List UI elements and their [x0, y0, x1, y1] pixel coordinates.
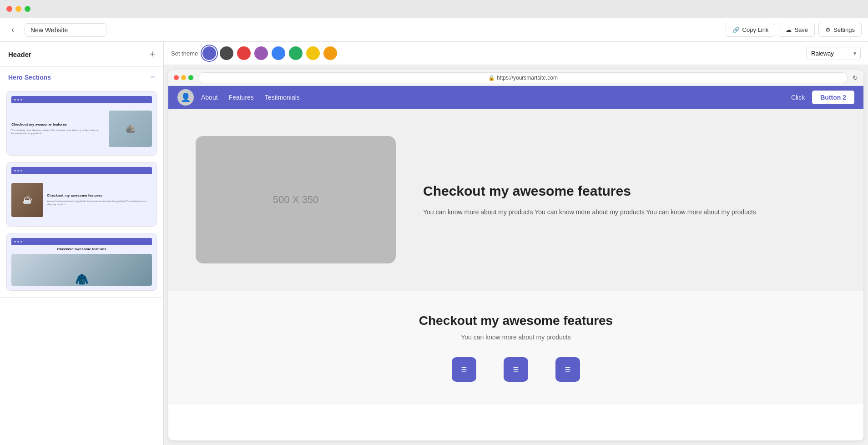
copy-link-label: Copy Link — [742, 26, 769, 33]
site-name-input[interactable] — [25, 23, 106, 37]
nav-button2[interactable]: Button 2 — [812, 91, 854, 104]
feature-icon-2: ≡ — [504, 357, 528, 382]
traffic-light-yellow[interactable] — [15, 6, 21, 12]
gear-icon: ⚙ — [825, 26, 831, 33]
card1-desc: You can know more about my products You … — [11, 129, 105, 135]
card3-content: Checkout awesome features 🧥 — [11, 247, 152, 286]
card2-dot1 — [14, 170, 16, 172]
card3-mini-navbar — [11, 238, 152, 245]
sidebar-section-collapse-button[interactable]: − — [150, 72, 155, 82]
nav-link-testimonials[interactable]: Testimonials — [265, 94, 300, 101]
mac-chrome — [0, 0, 868, 18]
browser-mockup: 🔒 https://yoursmartsite.com ↻ 👤 About Fe… — [168, 70, 863, 440]
card1-title: Checkout my awesome features — [11, 122, 105, 127]
card3-title: Checkout awesome features — [11, 247, 152, 251]
save-button[interactable]: ☁ Save — [779, 23, 815, 37]
feature-item-3: ≡ — [555, 357, 580, 382]
card1-mini-navbar — [11, 96, 152, 103]
feature-icon-1: ≡ — [452, 357, 476, 382]
theme-color-blue[interactable] — [272, 46, 285, 60]
card1-image: 🪨 — [109, 111, 152, 147]
theme-color-dark[interactable] — [220, 46, 233, 60]
settings-button[interactable]: ⚙ Settings — [818, 23, 862, 37]
template-card-3[interactable]: Checkout awesome features 🧥 — [6, 233, 157, 291]
copy-link-button[interactable]: 🔗 Copy Link — [726, 23, 776, 37]
refresh-button[interactable]: ↻ — [853, 74, 858, 81]
features-desc: You can know more about my products — [187, 334, 845, 341]
feature-item-1: ≡ — [452, 357, 476, 382]
nav-link-about[interactable]: About — [201, 94, 218, 101]
card1-text: Checkout my awesome features You can kno… — [11, 122, 105, 135]
card3-person-icon: 🧥 — [75, 273, 89, 286]
feature-icon-2-inner: ≡ — [513, 364, 519, 375]
theme-bar: Set theme Raleway Roboto Open Sans Monts… — [164, 42, 868, 65]
nav-avatar: 👤 — [177, 89, 194, 106]
traffic-lights — [6, 6, 30, 12]
traffic-light-green[interactable] — [25, 6, 30, 12]
main-layout: Header + Hero Sections − Checko — [0, 42, 868, 445]
back-button[interactable]: ‹ — [6, 24, 19, 36]
avatar-icon: 👤 — [181, 92, 191, 102]
browser-tl-yellow[interactable] — [181, 75, 186, 80]
card2-text: Checkout my awesome features You can kno… — [47, 193, 152, 206]
features-section: Checkout my awesome features You can kno… — [168, 291, 863, 405]
card3-dot2 — [17, 241, 19, 243]
card2-title: Checkout my awesome features — [47, 193, 152, 198]
link-icon: 🔗 — [732, 26, 740, 33]
nav-link-features[interactable]: Features — [229, 94, 254, 101]
placeholder-text: 500 X 350 — [273, 194, 318, 206]
nav-click-label: Click — [791, 94, 805, 101]
font-select-wrapper: Raleway Roboto Open Sans Montserrat Lato… — [806, 47, 861, 60]
hero-desc: You can know more about my products You … — [423, 207, 836, 217]
sidebar-section-header: Hero Sections − — [0, 67, 163, 87]
card1-preview: Checkout my awesome features You can kno… — [7, 91, 156, 155]
browser-chrome: 🔒 https://yoursmartsite.com ↻ — [168, 70, 863, 86]
card3-dot3 — [20, 241, 22, 243]
card3-preview: Checkout awesome features 🧥 — [7, 233, 156, 290]
card2-dot3 — [20, 170, 22, 172]
settings-label: Settings — [833, 26, 855, 33]
card1-dot1 — [14, 99, 16, 101]
browser-url-bar[interactable]: 🔒 https://yoursmartsite.com — [198, 72, 848, 83]
card2-mini-navbar — [11, 167, 152, 174]
traffic-light-red[interactable] — [6, 6, 12, 12]
topbar-right: 🔗 Copy Link ☁ Save ⚙ Settings — [726, 23, 862, 37]
save-label: Save — [794, 26, 808, 33]
theme-color-orange[interactable] — [323, 46, 337, 60]
theme-color-indigo[interactable] — [202, 46, 216, 60]
lock-icon: 🔒 — [488, 75, 495, 81]
theme-color-yellow[interactable] — [306, 46, 320, 60]
browser-tl-red[interactable] — [174, 75, 179, 80]
card2-content: ☕ Checkout my awesome features You can k… — [11, 181, 152, 217]
theme-color-red[interactable] — [237, 46, 251, 60]
features-grid: ≡ ≡ ≡ — [187, 357, 845, 382]
card2-dot2 — [17, 170, 19, 172]
template-card-1[interactable]: Checkout my awesome features You can kno… — [6, 91, 157, 156]
font-select[interactable]: Raleway Roboto Open Sans Montserrat Lato — [806, 47, 861, 60]
card2-preview: ☕ Checkout my awesome features You can k… — [7, 162, 156, 226]
template-card-2[interactable]: ☕ Checkout my awesome features You can k… — [6, 162, 157, 227]
feature-icon-1-inner: ≡ — [461, 364, 467, 375]
sidebar-section-hero: Hero Sections − Checkout my awesome feat… — [0, 67, 163, 298]
hero-text: Checkout my awesome features You can kno… — [423, 182, 836, 217]
hero-section: 500 X 350 Checkout my awesome features Y… — [168, 109, 863, 291]
browser-traffic-lights — [174, 75, 193, 80]
card1-content: Checkout my awesome features You can kno… — [11, 109, 152, 147]
app-topbar: ‹ 🔗 Copy Link ☁ Save ⚙ Settings — [0, 18, 868, 42]
sidebar-add-button[interactable]: + — [149, 49, 155, 59]
sidebar-header-title: Header — [8, 51, 31, 58]
feature-item-2: ≡ — [504, 357, 528, 382]
card2-desc: You can know more about my products You … — [47, 200, 152, 206]
card3-dot1 — [14, 241, 16, 243]
theme-color-purple[interactable] — [254, 46, 268, 60]
card2-image: ☕ — [11, 183, 43, 217]
site-content: 👤 About Features Testimonials Click Butt… — [168, 86, 863, 405]
sidebar: Header + Hero Sections − Checko — [0, 42, 164, 445]
save-icon: ☁ — [786, 26, 792, 33]
theme-color-green[interactable] — [289, 46, 303, 60]
card3-bg-image: 🧥 — [11, 254, 152, 286]
theme-colors — [202, 46, 337, 60]
browser-tl-green[interactable] — [188, 75, 193, 80]
card1-dot3 — [20, 99, 22, 101]
hero-title: Checkout my awesome features — [423, 182, 836, 200]
